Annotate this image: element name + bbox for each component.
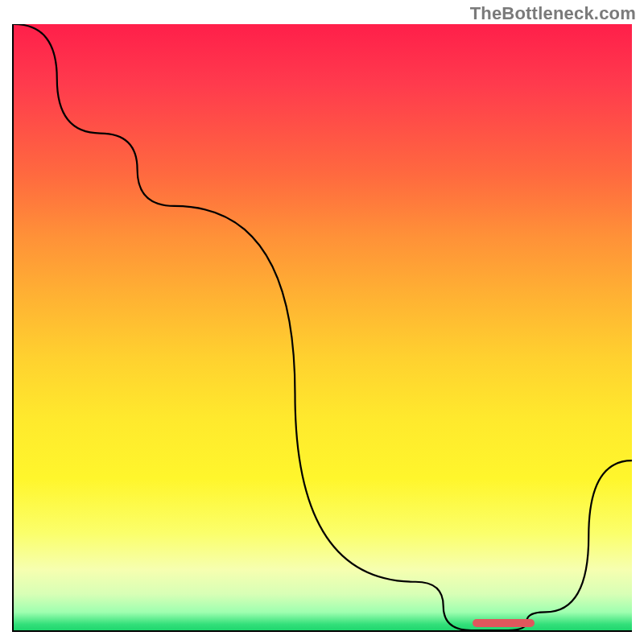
optimal-range-marker	[473, 619, 535, 627]
curve-layer	[14, 24, 632, 630]
bottleneck-chart: TheBottleneck.com	[0, 0, 644, 644]
bottleneck-curve-path	[14, 24, 632, 630]
plot-area	[12, 24, 632, 632]
watermark-text: TheBottleneck.com	[470, 3, 636, 24]
